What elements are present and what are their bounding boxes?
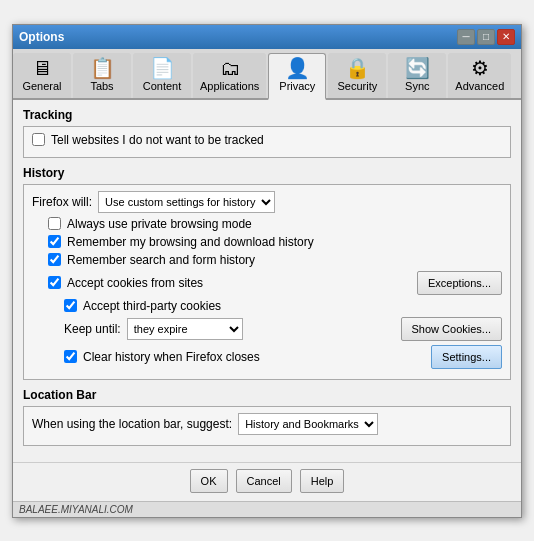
private-browsing-row: Always use private browsing mode [32,217,502,231]
location-bar-section: Location Bar When using the location bar… [23,388,511,446]
suggest-select[interactable]: History and Bookmarks History Bookmarks … [238,413,378,435]
close-button[interactable]: ✕ [497,29,515,45]
third-party-row: Accept third-party cookies [32,299,502,313]
watermark: BALAEE.MIYANALI.COM [13,501,521,517]
accept-cookies-left: Accept cookies from sites [32,276,203,290]
suggest-row: When using the location bar, suggest: Hi… [32,413,502,435]
firefox-will-row: Firefox will: Use custom settings for hi… [32,191,502,213]
keep-until-select[interactable]: they expire I close Firefox ask me every… [127,318,243,340]
dialog-footer: OK Cancel Help [13,462,521,501]
clear-history-left: ➜ Clear history when Firefox closes [32,350,260,364]
history-title: History [23,166,511,180]
keep-until-label: Keep until: [64,322,121,336]
sync-icon: 🔄 [405,58,430,78]
minimize-button[interactable]: ─ [457,29,475,45]
restore-button[interactable]: □ [477,29,495,45]
clear-history-label: Clear history when Firefox closes [83,350,260,364]
exceptions-button[interactable]: Exceptions... [417,271,502,295]
privacy-icon: 👤 [285,58,310,78]
tracking-row: Tell websites I do not want to be tracke… [32,133,502,147]
tracking-section: Tracking Tell websites I do not want to … [23,108,511,158]
remember-browsing-row: Remember my browsing and download histor… [32,235,502,249]
tab-sync-label: Sync [405,80,429,92]
security-icon: 🔒 [345,58,370,78]
tab-security[interactable]: 🔒 Security [328,53,386,98]
accept-cookies-row: Accept cookies from sites Exceptions... [32,271,502,295]
remember-browsing-checkbox[interactable] [48,235,61,248]
suggest-label: When using the location bar, suggest: [32,417,232,431]
history-box: Firefox will: Use custom settings for hi… [23,184,511,380]
remember-browsing-label: Remember my browsing and download histor… [67,235,314,249]
tab-privacy-label: Privacy [279,80,315,92]
tab-tabs[interactable]: 📋 Tabs [73,53,131,98]
tab-tabs-label: Tabs [90,80,113,92]
remember-search-row: Remember search and form history [32,253,502,267]
do-not-track-checkbox[interactable] [32,133,45,146]
third-party-checkbox[interactable] [64,299,77,312]
accept-cookies-checkbox[interactable] [48,276,61,289]
third-party-label: Accept third-party cookies [83,299,221,313]
general-icon: 🖥 [32,58,52,78]
tab-content[interactable]: 📄 Content [133,53,191,98]
main-content: Tracking Tell websites I do not want to … [13,100,521,462]
tracking-box: Tell websites I do not want to be tracke… [23,126,511,158]
clear-history-checkbox[interactable] [64,350,77,363]
location-bar-box: When using the location bar, suggest: Hi… [23,406,511,446]
title-bar: Options ─ □ ✕ [13,25,521,49]
keep-until-left: Keep until: they expire I close Firefox … [32,318,243,340]
options-window: Options ─ □ ✕ 🖥 General 📋 Tabs 📄 Content… [12,24,522,518]
accept-cookies-label: Accept cookies from sites [67,276,203,290]
tab-applications-label: Applications [200,80,259,92]
firefox-will-label: Firefox will: [32,195,92,209]
keep-until-row: Keep until: they expire I close Firefox … [32,317,502,341]
cancel-button[interactable]: Cancel [236,469,292,493]
tracking-title: Tracking [23,108,511,122]
arrow-indicator: ➜ [0,339,7,376]
tab-bar: 🖥 General 📋 Tabs 📄 Content 🗂 Application… [13,49,521,100]
applications-icon: 🗂 [220,58,240,78]
remember-search-checkbox[interactable] [48,253,61,266]
history-section: History Firefox will: Use custom setting… [23,166,511,380]
tabs-icon: 📋 [90,58,115,78]
clear-history-row: ➜ Clear history when Firefox closes Sett… [32,345,502,369]
tab-security-label: Security [337,80,377,92]
tab-general-label: General [22,80,61,92]
remember-search-label: Remember search and form history [67,253,255,267]
window-controls: ─ □ ✕ [457,29,515,45]
tab-general[interactable]: 🖥 General [13,53,71,98]
tab-advanced[interactable]: ⚙ Advanced [448,53,511,98]
tab-privacy[interactable]: 👤 Privacy [268,53,326,100]
advanced-icon: ⚙ [471,58,489,78]
settings-button[interactable]: Settings... [431,345,502,369]
tab-advanced-label: Advanced [455,80,504,92]
content-icon: 📄 [150,58,175,78]
private-browsing-checkbox[interactable] [48,217,61,230]
history-mode-select[interactable]: Use custom settings for history Remember… [98,191,275,213]
ok-button[interactable]: OK [190,469,228,493]
window-title: Options [19,30,64,44]
tab-content-label: Content [143,80,182,92]
location-bar-title: Location Bar [23,388,511,402]
tab-applications[interactable]: 🗂 Applications [193,53,266,98]
show-cookies-button[interactable]: Show Cookies... [401,317,502,341]
help-button[interactable]: Help [300,469,345,493]
private-browsing-label: Always use private browsing mode [67,217,252,231]
do-not-track-label: Tell websites I do not want to be tracke… [51,133,264,147]
tab-sync[interactable]: 🔄 Sync [388,53,446,98]
